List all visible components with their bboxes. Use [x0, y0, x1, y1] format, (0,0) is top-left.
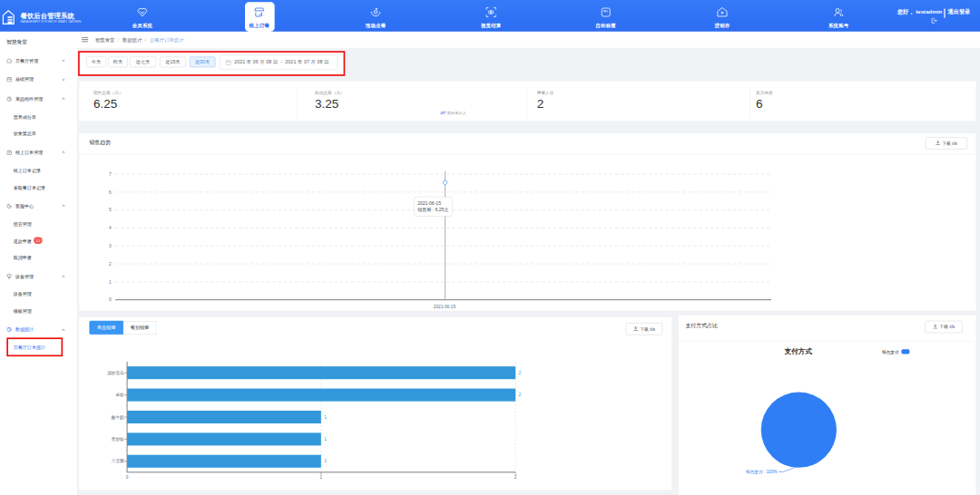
- svg-text:1: 1: [324, 415, 327, 420]
- svg-text:2: 2: [109, 262, 112, 267]
- svg-text:2: 2: [519, 393, 522, 397]
- svg-text:2021-06-15: 2021-06-15: [417, 200, 441, 206]
- svg-text:1: 1: [109, 280, 112, 285]
- svg-text:钱包支付 : 100%: 钱包支付 : 100%: [746, 469, 777, 475]
- svg-text:7: 7: [109, 172, 112, 177]
- svg-text:0: 0: [109, 297, 112, 302]
- svg-text:清炒苦瓜: 清炒苦瓜: [107, 371, 124, 375]
- svg-text:2: 2: [514, 475, 517, 480]
- svg-text:1: 1: [320, 475, 323, 480]
- svg-text:2021-06-15: 2021-06-15: [434, 305, 456, 309]
- svg-text:6: 6: [109, 190, 112, 195]
- svg-text:5: 5: [109, 208, 112, 212]
- svg-text:1: 1: [324, 459, 327, 463]
- svg-text:1: 1: [324, 437, 327, 442]
- svg-text:2: 2: [519, 371, 522, 375]
- svg-text:酸牛奶: 酸牛奶: [112, 414, 124, 421]
- svg-text:蛋炒饭: 蛋炒饭: [112, 437, 124, 442]
- svg-text:0: 0: [126, 475, 129, 480]
- svg-text:八宝粥: 八宝粥: [112, 458, 124, 463]
- svg-text:米饭: 米饭: [115, 393, 124, 397]
- svg-text:3: 3: [109, 244, 112, 248]
- svg-text:销售额 : 6.25元: 销售额 : 6.25元: [416, 207, 448, 213]
- svg-text:4: 4: [109, 226, 112, 230]
